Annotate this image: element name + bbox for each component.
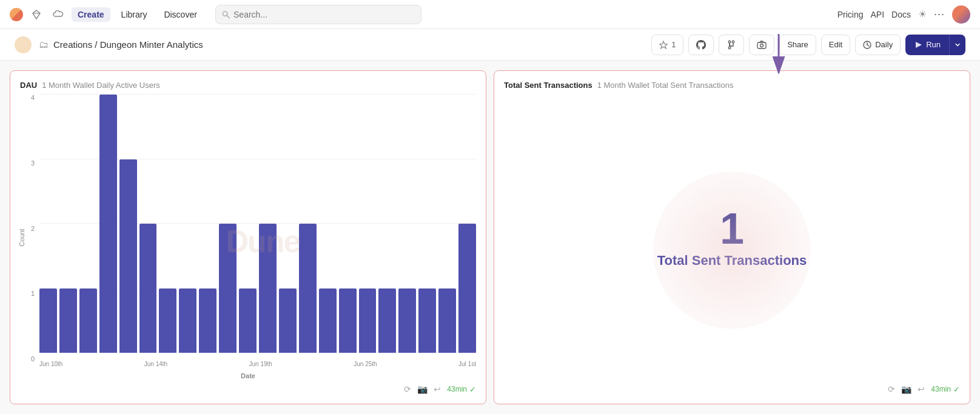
folder-icon: 🗂 xyxy=(39,39,49,50)
transactions-tag: Total Sent Transactions xyxy=(504,81,592,90)
svg-line-14 xyxy=(867,45,869,46)
diamond-icon[interactable] xyxy=(28,6,45,23)
edit-button[interactable]: Edit xyxy=(821,35,850,55)
bar-0 xyxy=(39,289,57,353)
bar-20 xyxy=(438,289,456,353)
refresh-icon-2[interactable]: ⟳ xyxy=(888,384,895,394)
y-label-3: 3 xyxy=(20,160,35,167)
breadcrumb: 🗂 Creations / Dungeon Minter Analytics xyxy=(39,39,203,50)
more-options-icon[interactable]: ··· xyxy=(934,8,945,21)
bar-10 xyxy=(239,289,257,353)
create-nav-button[interactable]: Create xyxy=(72,7,110,22)
svg-marker-0 xyxy=(33,10,40,19)
dau-chart-panel: DAU 1 Month Wallet Daily Active Users Co… xyxy=(10,70,486,404)
run-dropdown-button[interactable] xyxy=(949,35,965,55)
main-content: DAU 1 Month Wallet Daily Active Users Co… xyxy=(0,61,980,414)
run-icon xyxy=(914,41,922,49)
x-label-jun14: Jun 14th xyxy=(144,361,167,367)
bar-16 xyxy=(359,289,377,353)
pricing-link[interactable]: Pricing xyxy=(837,10,864,19)
breadcrumb-path: Creations / Dungeon Minter Analytics xyxy=(53,39,203,50)
dau-panel-footer: ⟳ 📷 ↩ 43min ✓ xyxy=(20,384,476,394)
user-avatar[interactable] xyxy=(952,5,970,24)
clock-icon xyxy=(863,41,871,49)
refresh-icon[interactable]: ⟳ xyxy=(404,384,411,394)
fork-button[interactable] xyxy=(719,35,744,55)
dau-tag: DAU xyxy=(20,81,37,90)
svg-line-3 xyxy=(227,15,229,18)
bar-17 xyxy=(378,289,396,353)
x-label-jul1: Jul 1st xyxy=(458,361,476,367)
dau-subtitle: 1 Month Wallet Daily Active Users xyxy=(42,81,160,90)
camera-button[interactable] xyxy=(749,35,774,55)
y-label-0: 0 xyxy=(20,356,35,362)
y-label-4: 4 xyxy=(20,95,35,101)
discover-nav-button[interactable]: Discover xyxy=(158,7,203,22)
undo-icon-2[interactable]: ↩ xyxy=(918,384,925,394)
bar-13 xyxy=(299,224,317,353)
github-button[interactable] xyxy=(688,35,714,55)
dau-chart-area: Count 0 1 2 3 4 xyxy=(20,95,476,381)
bar-7 xyxy=(179,289,196,353)
y-label-2: 2 xyxy=(20,225,35,232)
bar-18 xyxy=(398,289,416,353)
dau-panel-title: DAU 1 Month Wallet Daily Active Users xyxy=(20,81,476,90)
bar-8 xyxy=(199,289,216,353)
bar-3 xyxy=(99,95,117,353)
library-nav-button[interactable]: Library xyxy=(115,7,153,22)
search-icon xyxy=(222,10,230,19)
run-group: Run xyxy=(905,35,965,55)
cloud-icon[interactable] xyxy=(50,6,67,23)
cache-time: 43min ✓ xyxy=(447,385,476,394)
transactions-panel: Total Sent Transactions 1 Month Wallet T… xyxy=(494,70,970,404)
run-button[interactable]: Run xyxy=(905,35,949,55)
daily-button[interactable]: Daily xyxy=(855,35,901,55)
y-label-1: 1 xyxy=(20,290,35,297)
x-axis-labels: Jun 10th Jun 14th Jun 19th Jun 25th Jul … xyxy=(39,361,476,367)
chevron-down-icon xyxy=(955,42,961,48)
transactions-subtitle: 1 Month Wallet Total Sent Transactions xyxy=(597,81,734,90)
search-input[interactable] xyxy=(233,10,415,19)
svg-point-7 xyxy=(732,41,734,43)
big-number-circle-bg xyxy=(653,171,811,329)
star-button[interactable]: 1 xyxy=(651,35,683,55)
bar-5 xyxy=(139,224,157,353)
top-navigation: Create Library Discover Pricing API Docs… xyxy=(0,0,980,29)
search-bar xyxy=(215,5,421,24)
svg-marker-5 xyxy=(660,41,668,48)
dau-chart-inner: Count 0 1 2 3 4 xyxy=(20,95,476,381)
time-value: 43min xyxy=(447,385,467,393)
bar-12 xyxy=(279,289,297,353)
bar-11 xyxy=(259,224,277,353)
theme-toggle-icon[interactable]: ☀ xyxy=(918,8,927,20)
bar-19 xyxy=(418,289,436,353)
y-axis-labels: 0 1 2 3 4 xyxy=(20,95,35,362)
app-logo[interactable] xyxy=(10,8,23,21)
bar-9 xyxy=(219,224,237,353)
toolbar-right: 1 Share E xyxy=(651,35,965,55)
transactions-panel-footer: ⟳ 📷 ↩ 43min ✓ xyxy=(504,384,960,394)
docs-link[interactable]: Docs xyxy=(891,10,911,19)
star-icon xyxy=(659,41,668,49)
svg-point-11 xyxy=(760,44,764,47)
check-icon: ✓ xyxy=(469,385,476,394)
nav-right: Pricing API Docs ☀ ··· xyxy=(837,5,970,24)
x-label-jun10: Jun 10th xyxy=(39,361,62,367)
fork-icon xyxy=(727,40,736,50)
undo-icon[interactable]: ↩ xyxy=(434,384,441,394)
share-button[interactable]: Share xyxy=(779,35,816,55)
bar-15 xyxy=(339,289,357,353)
download-icon[interactable]: 📷 xyxy=(417,384,428,394)
bar-4 xyxy=(119,159,137,353)
bar-1 xyxy=(59,289,77,353)
transactions-panel-title: Total Sent Transactions 1 Month Wallet T… xyxy=(504,81,960,90)
bar-21 xyxy=(458,224,476,353)
daily-label: Daily xyxy=(875,40,893,49)
time-value-2: 43min xyxy=(931,385,951,393)
breadcrumb-bar: 🗂 Creations / Dungeon Minter Analytics 1 xyxy=(0,29,980,61)
download-icon-2[interactable]: 📷 xyxy=(901,384,911,394)
api-link[interactable]: API xyxy=(871,10,885,19)
cache-time-2: 43min ✓ xyxy=(931,385,960,394)
svg-point-8 xyxy=(728,47,731,49)
star-count: 1 xyxy=(671,41,676,49)
